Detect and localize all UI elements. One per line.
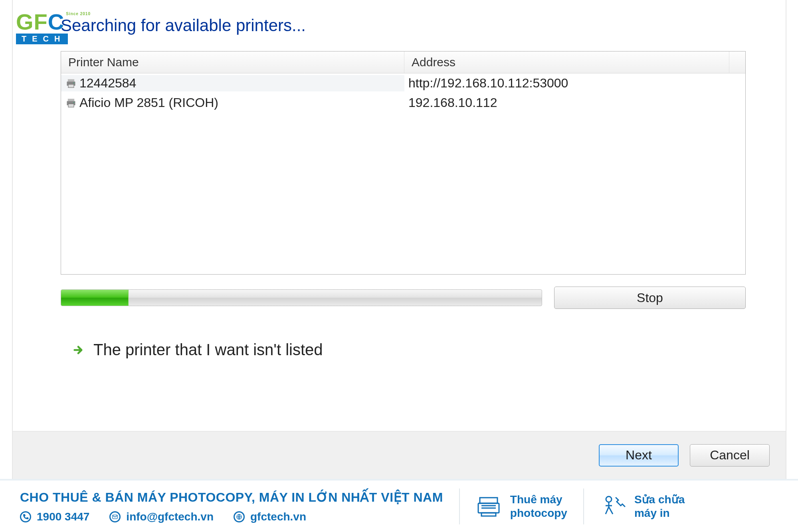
printer-name: Aficio MP 2851 (RICOH) bbox=[79, 95, 218, 110]
svg-rect-2 bbox=[68, 84, 74, 87]
globe-icon bbox=[234, 511, 245, 522]
printer-not-listed-link[interactable]: The printer that I want isn't listed bbox=[73, 341, 746, 359]
svg-rect-10 bbox=[480, 498, 497, 503]
printer-list-header: Printer Name Address bbox=[61, 51, 745, 73]
printer-name: 12442584 bbox=[79, 76, 136, 91]
printer-row[interactable]: 12442584 http://192.168.10.112:53000 bbox=[61, 73, 745, 93]
copier-icon bbox=[476, 494, 501, 519]
printer-address: http://192.168.10.112:53000 bbox=[404, 75, 745, 91]
phone-icon bbox=[20, 511, 31, 522]
search-progress-bar bbox=[61, 289, 542, 306]
stop-button[interactable]: Stop bbox=[554, 287, 746, 309]
repair-icon bbox=[600, 494, 626, 519]
banner-email-text: info@gfctech.vn bbox=[126, 510, 214, 523]
banner-phone: 1900 3447 bbox=[20, 510, 89, 523]
printer-address: 192.168.10.112 bbox=[404, 95, 745, 111]
banner-phone-text: 1900 3447 bbox=[37, 510, 89, 523]
banner-website-text: gfctech.vn bbox=[250, 510, 306, 523]
dialog-heading: Searching for available printers... bbox=[61, 16, 746, 35]
service-repair-line2: máy in bbox=[634, 506, 685, 520]
arrow-right-icon bbox=[73, 344, 84, 356]
svg-rect-0 bbox=[68, 79, 74, 81]
svg-point-15 bbox=[606, 496, 612, 502]
column-header-address[interactable]: Address bbox=[404, 51, 729, 73]
svg-rect-4 bbox=[68, 99, 74, 101]
mail-icon bbox=[109, 511, 121, 522]
banner-email: info@gfctech.vn bbox=[109, 510, 214, 523]
service-rent-copier[interactable]: Thuê máy photocopy bbox=[476, 493, 567, 520]
add-printer-dialog: Searching for available printers... Prin… bbox=[12, 0, 786, 479]
svg-rect-6 bbox=[68, 104, 74, 107]
printer-icon bbox=[65, 78, 77, 89]
printer-not-listed-label: The printer that I want isn't listed bbox=[93, 341, 323, 359]
column-header-printer-name[interactable]: Printer Name bbox=[61, 51, 404, 73]
printer-icon bbox=[65, 97, 77, 109]
svg-rect-12 bbox=[481, 513, 496, 516]
cancel-button[interactable]: Cancel bbox=[690, 444, 770, 467]
service-rent-line1: Thuê máy bbox=[510, 493, 567, 506]
next-button[interactable]: Next bbox=[599, 444, 679, 467]
service-rent-line2: photocopy bbox=[510, 506, 567, 520]
search-progress-fill bbox=[61, 290, 129, 306]
printer-list: Printer Name Address 12442584 bbox=[61, 51, 746, 275]
banner-website: gfctech.vn bbox=[234, 510, 306, 523]
dialog-footer: Next Cancel bbox=[13, 431, 786, 479]
service-repair-line1: Sửa chữa bbox=[634, 493, 685, 506]
printer-row[interactable]: Aficio MP 2851 (RICOH) 192.168.10.112 bbox=[61, 93, 745, 113]
banner-divider bbox=[583, 488, 584, 524]
banner-title: CHO THUÊ & BÁN MÁY PHOTOCOPY, MÁY IN LỚN… bbox=[20, 490, 443, 505]
service-repair-printer[interactable]: Sửa chữa máy in bbox=[600, 493, 685, 520]
banner-divider bbox=[459, 488, 460, 524]
svg-point-3 bbox=[73, 82, 74, 83]
column-header-scroll-gutter bbox=[729, 51, 745, 73]
svg-point-7 bbox=[73, 102, 74, 103]
site-banner: CHO THUÊ & BÁN MÁY PHOTOCOPY, MÁY IN LỚN… bbox=[0, 479, 798, 532]
